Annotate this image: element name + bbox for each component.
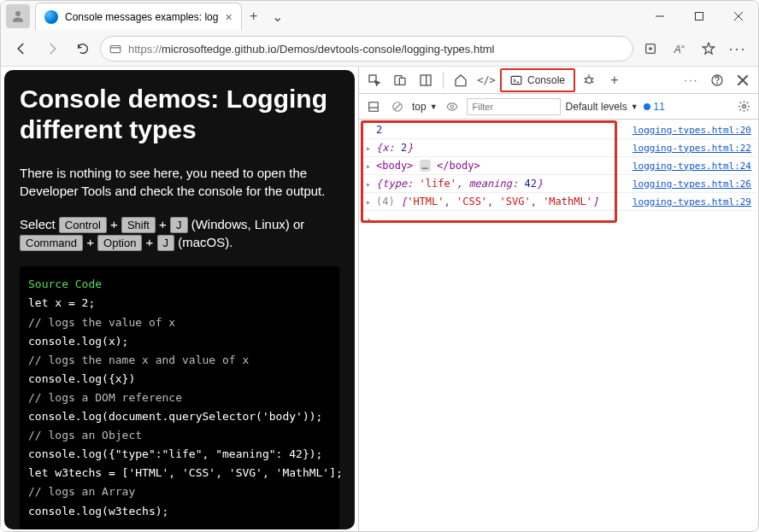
console-message[interactable]: 2 logging-types.html:20	[361, 121, 756, 139]
svg-line-29	[395, 103, 401, 109]
settings-menu-button[interactable]: ···	[724, 35, 751, 62]
new-tab-devtools-button[interactable]: +	[603, 68, 627, 92]
collections-button[interactable]	[637, 35, 664, 62]
svg-line-21	[591, 81, 593, 82]
dock-side-button[interactable]	[414, 68, 438, 92]
clear-console-button[interactable]	[388, 97, 407, 116]
toggle-drawer-button[interactable]	[364, 97, 383, 116]
window-close-button[interactable]	[719, 1, 758, 32]
expand-arrow-icon[interactable]: ▸	[366, 179, 376, 189]
console-message[interactable]: ▸ (4) ['HTML', 'CSS', 'SVG', 'MathML'] l…	[361, 193, 756, 211]
more-tools-button[interactable]: ···	[680, 68, 703, 92]
issues-badge[interactable]: 11	[644, 101, 665, 113]
source-link[interactable]: logging-types.html:26	[632, 178, 751, 190]
titlebar: Console messages examples: log × + ⌄	[1, 1, 758, 32]
source-code-block: Source Code let x = 2;// logs the value …	[20, 266, 339, 529]
svg-rect-26	[369, 102, 379, 111]
tab-title: Console messages examples: log	[65, 11, 218, 23]
svg-line-20	[585, 81, 586, 82]
page-content: Console demos: Logging different types T…	[1, 67, 358, 532]
inspect-element-button[interactable]	[362, 68, 386, 92]
tab-close-icon[interactable]: ×	[225, 10, 232, 24]
console-message[interactable]: ▸ <body> … </body> logging-types.html:24	[361, 157, 756, 175]
svg-point-0	[15, 11, 21, 16]
tab-overflow-button[interactable]: ⌄	[266, 9, 290, 25]
console-message[interactable]: ▸ {type: 'life', meaning: 42} logging-ty…	[361, 175, 756, 193]
devtools-close-button[interactable]	[731, 68, 755, 92]
profile-button[interactable]	[6, 4, 30, 28]
svg-rect-2	[696, 13, 703, 20]
browser-tab[interactable]: Console messages examples: log ×	[35, 3, 242, 30]
favorite-button[interactable]	[695, 35, 722, 62]
forward-button[interactable]	[38, 35, 66, 62]
window-maximize-button[interactable]	[680, 1, 719, 32]
filter-input[interactable]	[467, 98, 561, 115]
page-intro: There is nothing to see here, you need t…	[20, 164, 339, 200]
sources-debugger-icon[interactable]	[577, 68, 601, 92]
back-button[interactable]	[8, 35, 35, 62]
issue-dot-icon	[644, 103, 650, 110]
keyboard-instructions: Select Control + Shift + J (Windows, Lin…	[20, 215, 339, 251]
expand-arrow-icon[interactable]: ▸	[366, 161, 376, 171]
help-button[interactable]	[705, 68, 729, 92]
edge-favicon	[44, 10, 58, 24]
source-code-label: Source Code	[28, 275, 331, 294]
svg-rect-15	[511, 76, 521, 84]
console-prompt[interactable]	[361, 211, 756, 230]
console-message[interactable]: ▸ {x: 2} logging-types.html:22	[361, 139, 756, 157]
devtools-panel: </> Console + ···	[358, 67, 758, 532]
page-title: Console demos: Logging different types	[20, 84, 339, 145]
console-tab-label: Console	[527, 74, 565, 86]
svg-rect-5	[110, 46, 121, 53]
new-tab-button[interactable]: +	[242, 9, 266, 24]
expand-arrow-icon[interactable]: ▸	[366, 143, 376, 153]
svg-point-23	[717, 83, 718, 84]
svg-point-31	[742, 105, 745, 108]
svg-point-16	[586, 77, 592, 83]
source-link[interactable]: logging-types.html:24	[632, 161, 751, 172]
source-link[interactable]: logging-types.html:22	[632, 143, 751, 154]
svg-point-30	[450, 105, 454, 108]
console-settings-button[interactable]	[734, 97, 753, 116]
device-toolbar-button[interactable]	[388, 68, 412, 92]
context-selector[interactable]: top▼	[412, 101, 438, 113]
console-tab[interactable]: Console	[500, 68, 575, 92]
welcome-tab[interactable]	[449, 68, 473, 92]
log-levels-selector[interactable]: Default levels▼	[566, 101, 638, 113]
url-text: https://microsoftedge.github.io/Demos/de…	[128, 43, 495, 56]
reload-button[interactable]	[69, 35, 97, 62]
elements-tab[interactable]: </>	[474, 68, 498, 92]
console-messages: 2 logging-types.html:20 ▸ {x: 2} logging…	[359, 120, 758, 532]
read-aloud-button[interactable]: A»	[666, 35, 693, 62]
svg-line-18	[585, 78, 586, 79]
address-bar[interactable]: https://microsoftedge.github.io/Demos/de…	[100, 36, 633, 61]
live-expression-button[interactable]	[443, 97, 462, 116]
site-info-icon	[109, 43, 121, 55]
svg-rect-12	[399, 78, 405, 85]
expand-arrow-icon[interactable]: ▸	[366, 197, 376, 207]
svg-line-19	[591, 78, 593, 79]
console-icon	[510, 74, 522, 86]
source-link[interactable]: logging-types.html:29	[632, 196, 751, 208]
window-minimize-button[interactable]	[640, 1, 680, 32]
source-link[interactable]: logging-types.html:20	[632, 125, 751, 136]
